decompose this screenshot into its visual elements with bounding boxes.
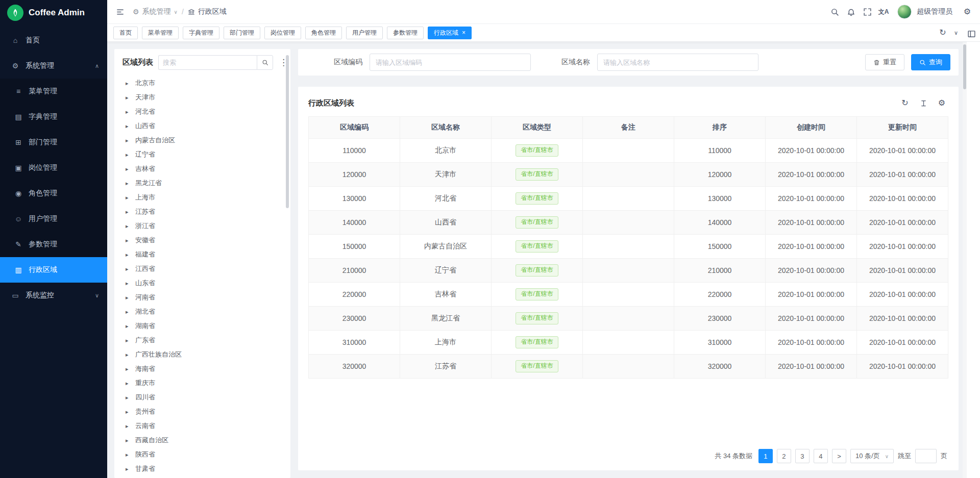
refresh-icon[interactable]: ↻ <box>898 96 912 110</box>
tab-close-icon[interactable]: × <box>462 30 465 36</box>
tree-item[interactable]: ▸ 重庆市 <box>122 376 283 390</box>
tree-item[interactable]: ▸ 广东省 <box>122 333 283 347</box>
tree-item[interactable]: ▸ 江苏省 <box>122 205 283 219</box>
table-row[interactable]: 150000 内蒙古自治区 省市/直辖市 150000 2020-10-01 0… <box>309 235 948 259</box>
breadcrumb-item-region[interactable]: 行政区域 <box>188 7 227 16</box>
table-row[interactable]: 120000 天津市 省市/直辖市 120000 2020-10-01 00:0… <box>309 163 948 187</box>
tree-item[interactable]: ▸ 辽宁省 <box>122 147 283 162</box>
tree-item[interactable]: ▸ 黑龙江省 <box>122 176 283 190</box>
sidebar-item[interactable]: ▤ 字典管理 <box>0 104 107 130</box>
page-button[interactable]: 4 <box>814 449 828 463</box>
breadcrumb-item-system[interactable]: ⚙ 系统管理 ∨ <box>133 7 178 16</box>
tree-item-label: 云南省 <box>135 421 155 431</box>
tree-search-input[interactable] <box>158 55 257 70</box>
next-page-button[interactable]: > <box>832 449 846 463</box>
tree-search-button[interactable] <box>257 55 273 70</box>
table-row[interactable]: 310000 上海市 省市/直辖市 310000 2020-10-01 00:0… <box>309 331 948 355</box>
table-row[interactable]: 210000 辽宁省 省市/直辖市 210000 2020-10-01 00:0… <box>309 259 948 283</box>
tree-item[interactable]: ▸ 北京市 <box>122 76 283 90</box>
table-row[interactable]: 320000 江苏省 省市/直辖市 320000 2020-10-01 00:0… <box>309 355 948 379</box>
tab[interactable]: 字典管理 <box>183 27 219 39</box>
search-icon[interactable] <box>827 4 842 19</box>
avatar[interactable] <box>897 5 912 19</box>
cell-sort: 120000 <box>674 163 766 187</box>
tree-item[interactable]: ▸ 山西省 <box>122 119 283 133</box>
sidebar-item[interactable]: ◉ 角色管理 <box>0 181 107 206</box>
bank-icon <box>188 8 195 15</box>
sidebar-item[interactable]: ⚙ 系统管理 ∧ <box>0 53 107 79</box>
user-name[interactable]: 超级管理员 <box>917 7 952 16</box>
tree-item[interactable]: ▸ 陕西省 <box>122 447 283 462</box>
sidebar-item[interactable]: ▣ 岗位管理 <box>0 155 107 181</box>
app-logo[interactable]: Coffee Admin <box>0 0 107 26</box>
tree-item[interactable]: ▸ 甘肃省 <box>122 462 283 476</box>
sidebar-item[interactable]: ☺ 用户管理 <box>0 206 107 232</box>
tree-item[interactable]: ▸ 海南省 <box>122 362 283 376</box>
region-name-input[interactable] <box>597 54 758 71</box>
tree-item[interactable]: ▸ 山东省 <box>122 276 283 290</box>
table-row[interactable]: 230000 黑龙江省 省市/直辖市 230000 2020-10-01 00:… <box>309 307 948 331</box>
page-size-select[interactable]: 10 条/页 ∨ <box>850 449 894 463</box>
row-height-icon[interactable] <box>917 96 930 110</box>
reset-button[interactable]: 重置 <box>865 54 904 70</box>
layout-icon[interactable] <box>964 26 979 41</box>
sidebar-item[interactable]: ⌂ 首页 <box>0 28 107 53</box>
sidebar-item[interactable]: ▭ 系统监控 ∨ <box>0 283 107 308</box>
search-button[interactable]: 查询 <box>911 54 950 70</box>
tree-item[interactable]: ▸ 天津市 <box>122 90 283 105</box>
tree-item[interactable]: ▸ 云南省 <box>122 419 283 433</box>
table-row[interactable]: 110000 北京市 省市/直辖市 110000 2020-10-01 00:0… <box>309 139 948 163</box>
tree-item[interactable]: ▸ 西藏自治区 <box>122 433 283 447</box>
sidebar-collapse-icon[interactable] <box>112 4 128 19</box>
tree-item[interactable]: ▸ 河南省 <box>122 290 283 305</box>
page-button[interactable]: 3 <box>795 449 810 463</box>
column-settings-gear-icon[interactable]: ⚙ <box>935 96 948 110</box>
tree-item[interactable]: ▸ 上海市 <box>122 190 283 205</box>
chevron-down-icon[interactable]: ∨ <box>949 26 963 39</box>
fullscreen-icon[interactable] <box>860 4 875 19</box>
tree-scrollbar[interactable] <box>286 55 289 208</box>
tree-item[interactable]: ▸ 青海省 <box>122 476 283 478</box>
tree-item[interactable]: ▸ 四川省 <box>122 390 283 405</box>
tab[interactable]: 用户管理 <box>346 27 383 39</box>
tree-item[interactable]: ▸ 浙江省 <box>122 219 283 233</box>
scrollbar-thumb[interactable] <box>963 44 966 89</box>
tab[interactable]: 部门管理 <box>224 27 260 39</box>
table-row[interactable]: 130000 河北省 省市/直辖市 130000 2020-10-01 00:0… <box>309 187 948 211</box>
tab[interactable]: 菜单管理 <box>142 27 179 39</box>
jump-page-input[interactable] <box>915 449 937 463</box>
tab[interactable]: 参数管理 <box>387 27 424 39</box>
tree-item-label: 山东省 <box>135 279 155 288</box>
tree-item[interactable]: ▸ 贵州省 <box>122 405 283 419</box>
tab[interactable]: 角色管理 <box>305 27 342 39</box>
tree-item[interactable]: ▸ 河北省 <box>122 105 283 119</box>
caret-right-icon: ▸ <box>126 466 131 472</box>
page-scrollbar[interactable] <box>963 42 967 478</box>
page-button[interactable]: 1 <box>758 449 773 463</box>
tree-item[interactable]: ▸ 内蒙古自治区 <box>122 133 283 147</box>
sidebar-item[interactable]: ≡ 菜单管理 <box>0 79 107 104</box>
tree-item[interactable]: ▸ 福建省 <box>122 247 283 262</box>
sidebar-item[interactable]: ⊞ 部门管理 <box>0 130 107 155</box>
refresh-icon[interactable]: ↻ <box>936 26 949 39</box>
bell-icon[interactable] <box>843 4 859 19</box>
tree-item[interactable]: ▸ 江西省 <box>122 262 283 276</box>
page-button[interactable]: 2 <box>777 449 791 463</box>
tree-item[interactable]: ▸ 安徽省 <box>122 233 283 247</box>
sidebar-item[interactable]: ✎ 参数管理 <box>0 232 107 257</box>
caret-right-icon: ▸ <box>126 80 131 87</box>
tree-item[interactable]: ▸ 吉林省 <box>122 162 283 176</box>
sidebar-item[interactable]: ▥ 行政区域 <box>0 257 107 283</box>
tree-item[interactable]: ▸ 湖北省 <box>122 305 283 319</box>
tab[interactable]: 岗位管理 <box>264 27 301 39</box>
filter-actions: 重置 查询 <box>865 54 950 70</box>
tree-item[interactable]: ▸ 广西壮族自治区 <box>122 347 283 362</box>
tree-item[interactable]: ▸ 湖南省 <box>122 319 283 333</box>
translate-icon[interactable]: 文A <box>876 4 891 19</box>
tab[interactable]: 首页 <box>113 27 138 39</box>
table-row[interactable]: 220000 吉林省 省市/直辖市 220000 2020-10-01 00:0… <box>309 283 948 307</box>
table-row[interactable]: 140000 山西省 省市/直辖市 140000 2020-10-01 00:0… <box>309 211 948 235</box>
tab[interactable]: 行政区域 × <box>428 27 472 39</box>
region-code-input[interactable] <box>370 54 531 71</box>
settings-gear-icon[interactable]: ⚙ <box>960 4 975 19</box>
